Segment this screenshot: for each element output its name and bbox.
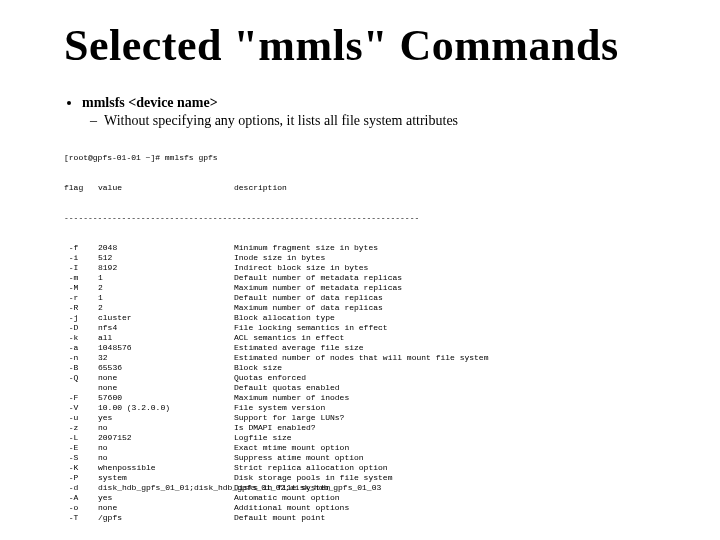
bullet-list: mmlsfs <device name> Without specifying …	[64, 95, 656, 129]
terminal-row: -Dnfs4File locking semantics in effect	[64, 323, 656, 333]
terminal-row: -ddisk_hdb_gpfs_01_01;disk_hdb_gpfs_01_0…	[64, 483, 656, 493]
bullet-cmd: mmlsfs <device name> Without specifying …	[82, 95, 656, 129]
slide: Selected "mmls" Commands mmlsfs <device …	[0, 0, 720, 540]
terminal-row: -n32Estimated number of nodes that will …	[64, 353, 656, 363]
terminal-row: -I8192Indirect block size in bytes	[64, 263, 656, 273]
terminal-row: -znoIs DMAPI enabled?	[64, 423, 656, 433]
terminal-row: -uyesSupport for large LUNs?	[64, 413, 656, 423]
terminal-row: -QnoneQuotas enforced	[64, 373, 656, 383]
terminal-row: -M2Maximum number of metadata replicas	[64, 283, 656, 293]
terminal-row: -KwhenpossibleStrict replica allocation …	[64, 463, 656, 473]
terminal-row: -f2048Minimum fragment size in bytes	[64, 243, 656, 253]
terminal-row: -PsystemDisk storage pools in file syste…	[64, 473, 656, 483]
terminal-row: noneDefault quotas enabled	[64, 383, 656, 393]
command-name: mmlsfs <device name>	[82, 95, 218, 110]
terminal-row: -ononeAdditional mount options	[64, 503, 656, 513]
terminal-row: -SnoSuppress atime mount option	[64, 453, 656, 463]
terminal-row: -F57600Maximum number of inodes	[64, 393, 656, 403]
terminal-prompt: [root@gpfs-01-01 ~]# mmlsfs gpfs	[64, 153, 656, 163]
page-title: Selected "mmls" Commands	[64, 20, 656, 71]
terminal-row: -T/gpfsDefault mount point	[64, 513, 656, 523]
terminal-divider: ----------------------------------------…	[64, 213, 656, 223]
terminal-row: -a1048576Estimated average file size	[64, 343, 656, 353]
terminal-row: -L2097152Logfile size	[64, 433, 656, 443]
terminal-row: -m1Default number of metadata replicas	[64, 273, 656, 283]
terminal-row: -AyesAutomatic mount option	[64, 493, 656, 503]
terminal-header: flagvaluedescription	[64, 183, 656, 193]
terminal-output: [root@gpfs-01-01 ~]# mmlsfs gpfs flagval…	[64, 133, 656, 540]
terminal-row: -jclusterBlock allocation type	[64, 313, 656, 323]
terminal-row: -kallACL semantics in effect	[64, 333, 656, 343]
terminal-row: -R2Maximum number of data replicas	[64, 303, 656, 313]
terminal-row: -i512Inode size in bytes	[64, 253, 656, 263]
terminal-row: -B65536Block size	[64, 363, 656, 373]
terminal-row: -r1Default number of data replicas	[64, 293, 656, 303]
terminal-row: -V10.00 (3.2.0.0)File system version	[64, 403, 656, 413]
bullet-desc: Without specifying any options, it lists…	[104, 113, 656, 129]
terminal-row: -EnoExact mtime mount option	[64, 443, 656, 453]
terminal-rows: -f2048Minimum fragment size in bytes -i5…	[64, 243, 656, 523]
